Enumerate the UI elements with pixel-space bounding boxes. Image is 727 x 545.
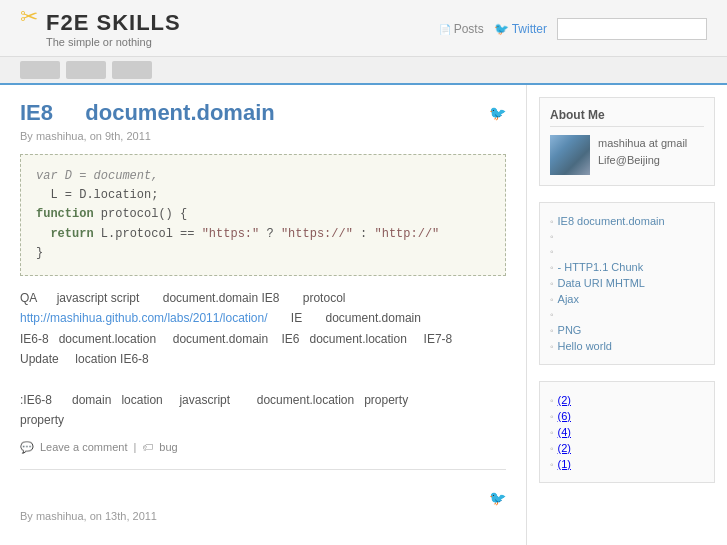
sidebar-link-5-anchor[interactable]: Data URI MHTML bbox=[558, 277, 645, 289]
search-input[interactable] bbox=[557, 18, 707, 40]
content: IE8 document.domain 🐦 By mashihua, on 9t… bbox=[0, 85, 527, 545]
nav-posts-link[interactable]: Posts bbox=[439, 22, 484, 36]
post-1-comment-link[interactable]: Leave a comment bbox=[40, 441, 127, 453]
sidebar-links-list: ◦IE8 document.domain ◦ ◦ ◦- HTTP1.1 Chun… bbox=[550, 213, 704, 354]
post-1-link[interactable]: http://mashihua.github.com/labs/2011/loc… bbox=[20, 311, 268, 325]
nav-tab-1[interactable] bbox=[20, 61, 60, 79]
about-email: mashihua at gmail bbox=[598, 135, 687, 152]
logo-area: ✂ F2E SKILLS The simple or nothing bbox=[20, 10, 181, 48]
code-block-1: var D = document, L = D.location; functi… bbox=[20, 154, 506, 276]
sidebar: About Me mashihua at gmail Life@Beijing … bbox=[527, 85, 727, 545]
code-line-4: return L.protocol == "https:" ? "https:/… bbox=[36, 225, 490, 244]
archive-links-list: ◦(2) ◦(6) ◦(4) ◦(2) ◦(1) bbox=[550, 392, 704, 472]
archive-1: ◦(2) bbox=[550, 392, 704, 408]
sidebar-link-8-anchor[interactable]: PNG bbox=[558, 324, 582, 336]
sidebar-link-6: ◦Ajax bbox=[550, 291, 704, 307]
nav-twitter-link[interactable]: 🐦 Twitter bbox=[494, 22, 547, 36]
archive-5-link[interactable]: (1) bbox=[558, 458, 571, 470]
site-title: F2E SKILLS bbox=[46, 10, 181, 36]
post-1-title: IE8 document.domain 🐦 bbox=[20, 100, 506, 126]
nav-bar bbox=[0, 57, 727, 85]
code-line-2: L = D.location; bbox=[36, 186, 490, 205]
sidebar-link-1-anchor[interactable]: IE8 document.domain bbox=[558, 215, 665, 227]
post-1-body-p3: IE6-8 document.location document.domain … bbox=[20, 329, 506, 349]
post-1-body-p2: http://mashihua.github.com/labs/2011/loc… bbox=[20, 308, 506, 328]
sidebar-link-4-anchor[interactable]: - HTTP1.1 Chunk bbox=[558, 261, 644, 273]
archive-2-link[interactable]: (6) bbox=[558, 410, 571, 422]
avatar bbox=[550, 135, 590, 175]
post-2-twitter-icon: 🐦 bbox=[489, 490, 506, 506]
twitter-bird-icon: 🐦 bbox=[494, 22, 509, 36]
main: IE8 document.domain 🐦 By mashihua, on 9t… bbox=[0, 85, 727, 545]
sidebar-link-7: ◦ bbox=[550, 307, 704, 322]
archive-4-link[interactable]: (2) bbox=[558, 442, 571, 454]
nav-tab-2[interactable] bbox=[66, 61, 106, 79]
post-1-body: QA javascript script document.domain IE8… bbox=[20, 288, 506, 431]
post-1-tags: 💬 Leave a comment | 🏷 bug bbox=[20, 441, 506, 454]
sidebar-link-5: ◦Data URI MHTML bbox=[550, 275, 704, 291]
archive-3-link[interactable]: (4) bbox=[558, 426, 571, 438]
about-me: mashihua at gmail Life@Beijing bbox=[550, 135, 704, 175]
archive-2: ◦(6) bbox=[550, 408, 704, 424]
site-title-area: F2E SKILLS The simple or nothing bbox=[46, 10, 181, 48]
tag-separator: | bbox=[133, 441, 136, 453]
post-1-body-p5: :IE6-8 domain location javascript docume… bbox=[20, 390, 506, 410]
post-2-title: 🐦 bbox=[20, 490, 506, 506]
nav-twitter-label: Twitter bbox=[512, 22, 547, 36]
about-location: Life@Beijing bbox=[598, 152, 687, 169]
post-2: 🐦 By mashihua, on 13th, 2011 bbox=[20, 490, 506, 545]
sidebar-about: About Me mashihua at gmail Life@Beijing bbox=[539, 97, 715, 186]
post-1-body-p1: QA javascript script document.domain IE8… bbox=[20, 288, 506, 308]
sidebar-about-title: About Me bbox=[550, 108, 704, 127]
code-line-3: function protocol() { bbox=[36, 205, 490, 224]
archive-3: ◦(4) bbox=[550, 424, 704, 440]
post-1-title-domain: document.domain bbox=[85, 100, 274, 126]
about-info: mashihua at gmail Life@Beijing bbox=[598, 135, 687, 168]
archive-5: ◦(1) bbox=[550, 456, 704, 472]
sidebar-link-9-anchor[interactable]: Hello world bbox=[558, 340, 612, 352]
post-1-title-link[interactable]: IE8 document.domain bbox=[20, 100, 275, 126]
sidebar-link-1: ◦IE8 document.domain bbox=[550, 213, 704, 229]
sidebar-link-8: ◦PNG bbox=[550, 322, 704, 338]
post-1: IE8 document.domain 🐦 By mashihua, on 9t… bbox=[20, 100, 506, 470]
header-nav: Posts 🐦 Twitter bbox=[439, 18, 707, 40]
post-1-twitter-icon: 🐦 bbox=[489, 105, 506, 121]
nav-tab-3[interactable] bbox=[112, 61, 152, 79]
sidebar-link-4: ◦- HTTP1.1 Chunk bbox=[550, 259, 704, 275]
archive-1-link[interactable]: (2) bbox=[558, 394, 571, 406]
post-2-meta: By mashihua, on 13th, 2011 bbox=[20, 510, 506, 522]
post-1-body-p6: property bbox=[20, 410, 506, 430]
sidebar-link-9: ◦Hello world bbox=[550, 338, 704, 354]
code-line-5: } bbox=[36, 244, 490, 263]
tag-icon: 🏷 bbox=[142, 441, 153, 453]
sidebar-link-6-anchor[interactable]: Ajax bbox=[558, 293, 579, 305]
code-line-1: var D = document, bbox=[36, 167, 490, 186]
sidebar-archives-section: ◦(2) ◦(6) ◦(4) ◦(2) ◦(1) bbox=[539, 381, 715, 483]
post-1-body-p4: Update location IE6-8 bbox=[20, 349, 506, 369]
post-1-tag-bug[interactable]: bug bbox=[159, 441, 177, 453]
scissors-icon: ✂ bbox=[20, 6, 38, 28]
site-subtitle: The simple or nothing bbox=[46, 36, 181, 48]
header: ✂ F2E SKILLS The simple or nothing Posts… bbox=[0, 0, 727, 57]
post-1-title-ie8: IE8 bbox=[20, 100, 53, 126]
comment-bubble-icon: 💬 bbox=[20, 441, 34, 454]
sidebar-link-2: ◦ bbox=[550, 229, 704, 244]
sidebar-link-3: ◦ bbox=[550, 244, 704, 259]
sidebar-links-section: ◦IE8 document.domain ◦ ◦ ◦- HTTP1.1 Chun… bbox=[539, 202, 715, 365]
post-1-meta: By mashihua, on 9th, 2011 bbox=[20, 130, 506, 142]
archive-4: ◦(2) bbox=[550, 440, 704, 456]
